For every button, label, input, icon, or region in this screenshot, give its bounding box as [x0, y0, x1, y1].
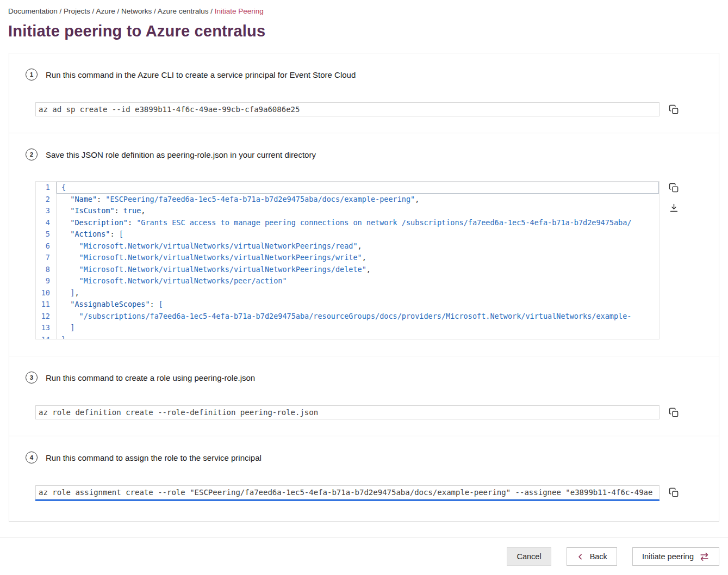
copy-icon [669, 183, 679, 193]
line-number: 13 [36, 322, 57, 334]
breadcrumb-link[interactable]: Networks [121, 7, 152, 15]
breadcrumb-separator: / [115, 7, 121, 15]
step-4-instruction: Run this command to assign the role to t… [46, 453, 262, 462]
download-json-button[interactable] [668, 202, 680, 214]
line-number: 7 [36, 252, 57, 264]
step-4-command-input[interactable]: az role assignment create --role "ESCPee… [35, 485, 659, 499]
step-4-section: 4 Run this command to assign the role to… [9, 436, 719, 521]
line-content: "AssignableScopes": [ [57, 299, 659, 311]
line-number: 5 [36, 228, 57, 240]
copy-icon [669, 407, 679, 418]
breadcrumb-separator: / [209, 7, 215, 15]
editor-line[interactable]: 13 ] [36, 322, 659, 334]
step-3-instruction: Run this command to create a role using … [46, 373, 255, 382]
footer-actions: Cancel Back Initiate peering [0, 537, 728, 566]
step-4-command-row: az role assignment create --role "ESCPee… [35, 485, 680, 499]
wizard-card: 1 Run this command in the Azure CLI to c… [9, 53, 719, 522]
download-icon [669, 203, 679, 213]
step-2-number-badge: 2 [26, 149, 38, 160]
editor-line[interactable]: 9 "Microsoft.Network/virtualNetworks/pee… [36, 275, 659, 287]
step-2-header: 2 Save this JSON role definition as peer… [9, 149, 719, 160]
page-header: Documentation / Projects / Azure / Netwo… [0, 0, 728, 41]
step-1-copy-button[interactable] [668, 103, 680, 115]
line-content: "Microsoft.Network/virtualNetworks/virtu… [57, 264, 659, 276]
step-3-copy-button[interactable] [668, 406, 680, 418]
step-1-command-row: az ad sp create --id e3899b11-4f6c-49ae-… [35, 102, 680, 116]
breadcrumb-current: Initiate Peering [215, 7, 264, 15]
editor-line[interactable]: 10 ], [36, 287, 659, 299]
step-1-number-badge: 1 [26, 69, 38, 81]
chevron-left-icon [576, 553, 584, 561]
line-content: ], [57, 287, 659, 299]
step-3-section: 3 Run this command to create a role usin… [9, 356, 719, 436]
breadcrumb-link[interactable]: Projects [64, 7, 90, 15]
breadcrumb: Documentation / Projects / Azure / Netwo… [0, 0, 728, 16]
line-number: 10 [36, 287, 57, 299]
step-4-number-badge: 4 [26, 452, 38, 463]
line-content: "Microsoft.Network/virtualNetworks/virtu… [57, 252, 659, 264]
editor-line[interactable]: 7 "Microsoft.Network/virtualNetworks/vir… [36, 252, 659, 264]
back-label: Back [590, 552, 607, 561]
line-number: 9 [36, 275, 57, 287]
step-3-command-row: az role definition create --role-definit… [35, 405, 680, 419]
line-number: 3 [36, 205, 57, 217]
line-content: "/subscriptions/fa7eed6a-1ec5-4efa-b71a-… [57, 311, 659, 323]
step-2-section: 2 Save this JSON role definition as peer… [9, 133, 719, 356]
editor-line[interactable]: 1{ [36, 182, 659, 194]
step-4-header: 4 Run this command to assign the role to… [9, 452, 719, 463]
editor-line[interactable]: 4 "Description": "Grants ESC access to m… [36, 217, 659, 229]
line-content: { [57, 182, 659, 194]
step-3-header: 3 Run this command to create a role usin… [9, 372, 719, 384]
line-content: "Name": "ESCPeering/fa7eed6a-1ec5-4efa-b… [57, 194, 659, 206]
copy-icon [669, 104, 679, 115]
editor-line[interactable]: 3 "IsCustom": true, [36, 205, 659, 217]
copy-json-button[interactable] [668, 182, 680, 194]
line-content: "Actions": [ [57, 228, 659, 240]
breadcrumb-separator: / [152, 7, 158, 15]
editor-line[interactable]: 11 "AssignableScopes": [ [36, 299, 659, 311]
line-content: } [57, 334, 659, 340]
line-content: "Microsoft.Network/virtualNetworks/virtu… [57, 240, 659, 252]
line-number: 6 [36, 240, 57, 252]
line-number: 14 [36, 334, 57, 340]
step-3-number-badge: 3 [26, 372, 38, 384]
editor-line[interactable]: 14} [36, 334, 659, 340]
line-content: "IsCustom": true, [57, 205, 659, 217]
step-4-copy-button[interactable] [668, 486, 680, 498]
editor-line[interactable]: 6 "Microsoft.Network/virtualNetworks/vir… [36, 240, 659, 252]
step-2-instruction: Save this JSON role definition as peerin… [46, 150, 316, 159]
breadcrumb-separator: / [58, 7, 64, 15]
editor-line[interactable]: 2 "Name": "ESCPeering/fa7eed6a-1ec5-4efa… [36, 194, 659, 206]
step-3-command-input[interactable]: az role definition create --role-definit… [35, 405, 659, 419]
line-number: 12 [36, 311, 57, 323]
json-editor[interactable]: 1{2 "Name": "ESCPeering/fa7eed6a-1ec5-4e… [35, 181, 659, 339]
line-number: 4 [36, 217, 57, 229]
page-title: Initiate peering to Azure centralus [8, 22, 728, 41]
step-1-section: 1 Run this command in the Azure CLI to c… [9, 53, 719, 133]
cancel-button[interactable]: Cancel [507, 547, 551, 566]
breadcrumb-separator: / [90, 7, 96, 15]
json-editor-row: 1{2 "Name": "ESCPeering/fa7eed6a-1ec5-4e… [35, 181, 680, 339]
editor-line[interactable]: 12 "/subscriptions/fa7eed6a-1ec5-4efa-b7… [36, 311, 659, 323]
line-number: 8 [36, 264, 57, 276]
line-content: "Description": "Grants ESC access to man… [57, 217, 659, 229]
step-1-header: 1 Run this command in the Azure CLI to c… [9, 69, 719, 81]
initiate-peering-label: Initiate peering [642, 552, 694, 561]
editor-line[interactable]: 8 "Microsoft.Network/virtualNetworks/vir… [36, 264, 659, 276]
copy-icon [669, 487, 679, 498]
transfer-arrows-icon [699, 552, 710, 562]
editor-line[interactable]: 5 "Actions": [ [36, 228, 659, 240]
step-1-instruction: Run this command in the Azure CLI to cre… [46, 70, 356, 79]
line-number: 2 [36, 194, 57, 206]
breadcrumb-link[interactable]: Azure centralus [158, 7, 209, 15]
breadcrumb-link[interactable]: Azure [96, 7, 115, 15]
editor-actions [668, 181, 680, 214]
back-button[interactable]: Back [567, 547, 617, 566]
breadcrumb-link[interactable]: Documentation [8, 7, 58, 15]
line-number: 1 [36, 182, 57, 194]
line-number: 11 [36, 299, 57, 311]
line-content: "Microsoft.Network/virtualNetworks/peer/… [57, 275, 659, 287]
initiate-peering-button[interactable]: Initiate peering [632, 547, 719, 566]
line-content: ] [57, 322, 659, 334]
step-1-command-input[interactable]: az ad sp create --id e3899b11-4f6c-49ae-… [35, 102, 659, 116]
